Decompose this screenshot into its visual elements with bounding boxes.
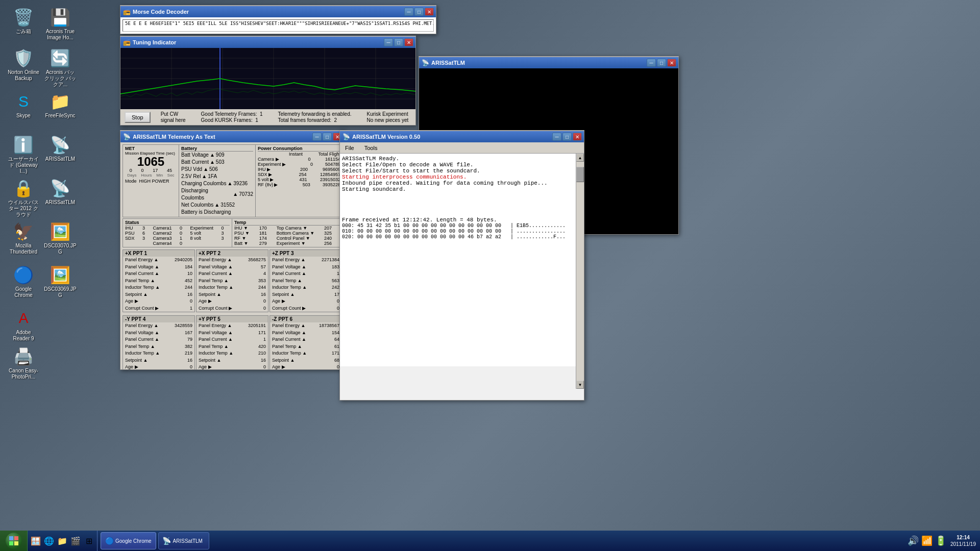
- start-button[interactable]: [0, 531, 28, 551]
- min-label: Min: [156, 173, 163, 178]
- scroll-up-button[interactable]: ▲: [576, 154, 584, 162]
- tuning-minimize-button[interactable]: ─: [384, 38, 393, 46]
- arissatlm2-icon: 📡: [50, 178, 70, 198]
- ariss-version-minimize-button[interactable]: ─: [552, 133, 561, 141]
- battery-column: Battery Batt Voltage ▲ 909 Batt Current …: [179, 145, 256, 217]
- zppt6-data: Panel Energy ▲18738567 Panel Voltage ▲15…: [270, 322, 341, 369]
- met-min: 17: [153, 168, 158, 173]
- ariss-small-close-button[interactable]: ✕: [667, 59, 676, 67]
- log-hex-020: 020: 00 00 00 00 00 00 00 00 00 00 00 00…: [342, 234, 574, 240]
- desktop-icon-acronis-backup[interactable]: 🔄 Acronis バックリック バックア...: [42, 46, 79, 90]
- log-line-6: Starting soundcard.: [342, 186, 574, 192]
- clock: 12:14 2011/11/19: [950, 534, 976, 547]
- scroll-track[interactable]: [576, 162, 584, 381]
- bv-label: Batt Voltage: [181, 152, 209, 159]
- xppt2-section: +X PPT 2 Panel Energy ▲3568275 Panel Vol…: [196, 249, 268, 312]
- battery-is-row: Battery is Discharging: [181, 209, 253, 216]
- met-dhms-labels: Days Hours Min Sec: [125, 173, 177, 178]
- log-line-3: Select File/Start to start the soundcard…: [342, 168, 574, 174]
- log-spacer: [342, 192, 574, 198]
- scroll-down-button[interactable]: ▼: [576, 381, 584, 389]
- rel-arrow: ▲: [202, 173, 207, 180]
- kursk-experiment: Kurisk Experiment No new pieces yet: [367, 111, 409, 123]
- stop-button[interactable]: Stop: [125, 112, 151, 123]
- taskbar-item-arissatlm[interactable]: 📡 ARISSatTLM: [158, 532, 209, 549]
- status-rows: IHU3 Camera10 Experiment0 PSU6 Camera20 …: [125, 226, 230, 246]
- desktop-icon-user-gateway[interactable]: ℹ️ ユーザーカイド (Gateway I...): [5, 133, 42, 177]
- norton-icon: 🛡️: [13, 48, 34, 68]
- taskbar-right: 🔊 📶 🔋 12:14 2011/11/19: [901, 534, 980, 547]
- quick-launch-windows[interactable]: 🪟: [30, 535, 42, 547]
- thunderbird-icon: 🦅: [13, 221, 34, 242]
- xppt1-age: Age ▶0: [125, 298, 192, 305]
- xppt2-inductor: Inductor Temp ▲244: [199, 284, 266, 291]
- quick-launch-ie[interactable]: 🌐: [43, 535, 55, 547]
- xppt1-corrupt: Corrupt Count ▶1: [125, 305, 192, 312]
- met-big-value: 1065: [125, 156, 177, 168]
- telemetry-minimize-button[interactable]: ─: [312, 133, 322, 141]
- desktop-icon-trash[interactable]: 🗑️ ごみ箱: [5, 5, 42, 37]
- morse-minimize-button[interactable]: ─: [404, 8, 413, 16]
- put-cw-info: Put CW signal here: [161, 111, 186, 123]
- ariss-scrollbar[interactable]: ▲ ▼: [576, 154, 584, 389]
- taskbar-arissatlm-label: ARISSatTLM: [173, 538, 203, 544]
- desktop-icon-arissatlm1[interactable]: 📡 ARISSatTLM: [42, 133, 79, 164]
- start-orb: [6, 533, 22, 549]
- user-gateway-icon: ℹ️: [13, 135, 34, 155]
- rel-value: 1FA: [208, 173, 217, 180]
- desktop-icon-arissatlm2[interactable]: 📡 ARISSatTLM: [42, 176, 79, 208]
- power-header: Power Consumption: [258, 146, 340, 152]
- desktop-icon-chrome[interactable]: 🔵 Google Chrome: [5, 263, 42, 300]
- camera-power-row: Camera ▶ 0 161154: [258, 157, 340, 162]
- quick-launch-media[interactable]: 🎬: [69, 535, 82, 547]
- desktop-icon-virusbuster[interactable]: 🔒 ウイルスバスター 2012 クラウド: [5, 176, 42, 220]
- desktop-icon-norton[interactable]: 🛡️ Norton Online Backup: [5, 46, 42, 84]
- good-kursk-label: Good KURSK Frames: 1: [201, 117, 263, 123]
- tuning-maximize-button[interactable]: □: [394, 38, 403, 46]
- experiment-power-row: Experiment ▶ 0 504789: [258, 162, 340, 167]
- ariss-small-minimize-button[interactable]: ─: [647, 59, 656, 67]
- tools-menu[interactable]: Tools: [361, 144, 381, 152]
- xppt2-temp: Panel Temp ▲353: [199, 278, 266, 285]
- ariss-version-close-button[interactable]: ✕: [573, 133, 582, 141]
- telemetry-maximize-button[interactable]: □: [323, 133, 332, 141]
- mode-value: HIGH POWER: [139, 179, 169, 184]
- arissatlm1-icon: 📡: [50, 135, 70, 155]
- desktop-icon-adobe[interactable]: A Adobe Reader 9: [5, 306, 42, 344]
- svg-rect-11: [9, 536, 13, 540]
- quick-launch-explorer[interactable]: 📁: [56, 535, 68, 547]
- desktop-icon-dsc03070[interactable]: 🖼️ DSC03070.JPG: [42, 219, 79, 257]
- canon-icon: 🖨️: [13, 346, 34, 367]
- taskbar-item-chrome[interactable]: 🔵 Google Chrome: [101, 532, 156, 549]
- desktop-icon-thunderbird[interactable]: 🦅 Mozilla Thunderbird: [5, 219, 42, 257]
- zppt3-temp: Panel Temp ▲563: [272, 278, 339, 285]
- xppt2-current: Panel Current ▲4: [199, 270, 266, 278]
- scroll-thumb[interactable]: [576, 167, 584, 182]
- morse-close-button[interactable]: ✕: [425, 8, 434, 16]
- xppt2-voltage: Panel Voltage ▲57: [199, 264, 266, 271]
- desktop-icon-dsc03069[interactable]: 🖼️ DSC03069.JPG: [42, 263, 79, 300]
- ariss-small-maximize-button[interactable]: □: [657, 59, 666, 67]
- yppt5-section: +Y PPT 5 Panel Energy ▲3205191 Panel Vol…: [196, 315, 268, 369]
- taskbar-items: 🔵 Google Chrome 📡 ARISSatTLM: [97, 531, 901, 551]
- desktop-icon-canon[interactable]: 🖨️ Canon Easy-PhotoPri...: [5, 344, 42, 382]
- quick-launch-switch[interactable]: ⊞: [83, 535, 95, 547]
- bc-label: Batt Current: [181, 159, 209, 166]
- status-temp-grid: Status IHU3 Camera10 Experiment0 PSU6 Ca…: [122, 218, 342, 247]
- log-line-4: Starting interprocess communications.: [342, 174, 574, 180]
- desktop-icon-skype[interactable]: S Skype: [5, 89, 42, 121]
- no-pieces-label: No new pieces yet: [367, 117, 409, 123]
- tuning-indicator-titlebar: 📻 Tuning Indicator ─ □ ✕: [120, 37, 415, 48]
- met-days: 0: [130, 168, 132, 173]
- desktop-icon-acronis-image[interactable]: 💾 Acronis True Image Ho...: [42, 5, 79, 43]
- morse-maximize-button[interactable]: □: [414, 8, 424, 16]
- log-frame-header: Frame received at 12:12:42. Length = 48 …: [342, 217, 574, 223]
- skype-icon: S: [13, 91, 34, 112]
- xppt2-data: Panel Energy ▲3568275 Panel Voltage ▲57 …: [197, 257, 268, 312]
- file-menu[interactable]: File: [342, 144, 357, 152]
- instant-label: Instant: [273, 152, 303, 157]
- ariss-version-maximize-button[interactable]: □: [562, 133, 572, 141]
- desktop-icon-freefilesync[interactable]: 📁 FreeFileSync: [42, 89, 79, 121]
- freefilesync-icon: 📁: [50, 91, 70, 112]
- tuning-close-button[interactable]: ✕: [404, 38, 413, 46]
